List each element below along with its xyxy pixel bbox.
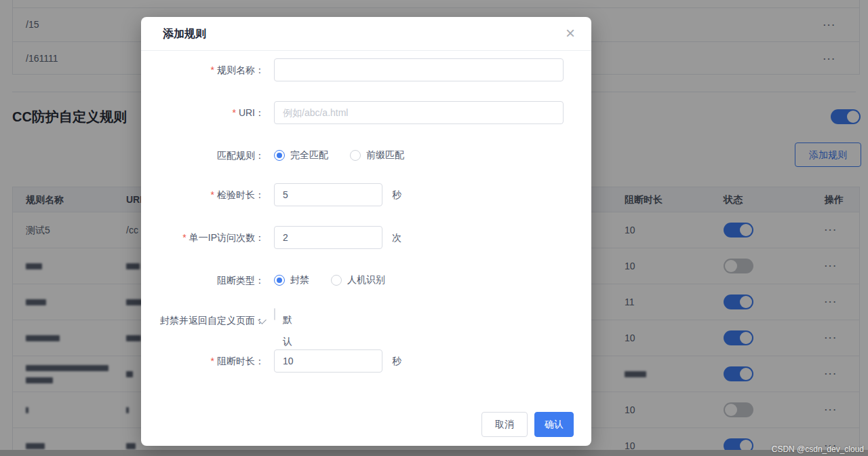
radio-checked-icon [274, 150, 285, 161]
unit-label: 次 [392, 226, 401, 249]
field-control: 默认 [274, 309, 275, 332]
radio-unchecked-icon [350, 150, 361, 161]
form-row-uri: *URI： [141, 101, 591, 124]
field-label: 封禁并返回自定义页面： [141, 309, 264, 332]
field-label: *检验时长： [141, 183, 264, 206]
form-row-custom-page: 封禁并返回自定义页面： 默认 [141, 309, 591, 332]
custom-page-select[interactable]: 默认 [274, 308, 275, 320]
form-row-rule-name: *规则名称： [141, 58, 591, 81]
radio-label: 完全匹配 [290, 149, 328, 162]
modal-body: *规则名称： *URI： 匹配规则： 完全匹配 [141, 17, 591, 446]
rule-name-input[interactable] [274, 58, 564, 81]
radio-ban[interactable]: 封禁 [274, 274, 309, 286]
radio-captcha[interactable]: 人机识别 [331, 274, 385, 286]
ip-visits-input[interactable] [274, 226, 382, 249]
field-label: *规则名称： [141, 58, 264, 81]
field-label: *单一IP访问次数： [141, 226, 264, 249]
field-control [274, 226, 382, 249]
radio-label: 人机识别 [347, 274, 385, 286]
confirm-button[interactable]: 确认 [534, 412, 574, 437]
radio-label: 前缀匹配 [366, 149, 404, 162]
required-mark: * [182, 232, 186, 243]
uri-input[interactable] [274, 101, 564, 124]
unit-label: 秒 [392, 183, 401, 206]
form-row-block-duration: *阻断时长： 秒 [141, 349, 591, 373]
required-mark: * [232, 107, 235, 118]
radio-label: 封禁 [290, 274, 309, 286]
required-mark: * [211, 64, 214, 75]
cancel-button[interactable]: 取消 [481, 412, 528, 437]
radio-unchecked-icon [331, 275, 342, 286]
add-rule-modal: 添加规则 × *规则名称： *URI： 匹配规则： [141, 17, 591, 446]
field-label: *阻断时长： [141, 349, 264, 373]
form-row-check-duration: *检验时长： 秒 [141, 183, 591, 206]
watermark: CSDN @csdn_dev_cloud [772, 444, 864, 454]
check-duration-input[interactable] [274, 183, 382, 206]
form-row-block-type: 阻断类型： 封禁 人机识别 [141, 269, 591, 292]
required-mark: * [211, 356, 214, 366]
select-value: 默认 [283, 309, 292, 352]
block-duration-input[interactable] [274, 349, 382, 373]
field-control [274, 101, 564, 124]
unit-label: 秒 [392, 349, 401, 373]
required-mark: * [211, 189, 214, 200]
field-control [274, 58, 564, 81]
field-label: 阻断类型： [141, 269, 264, 292]
block-type-radio-group: 封禁 人机识别 [274, 269, 407, 292]
match-rule-radio-group: 完全匹配 前缀匹配 [274, 144, 426, 167]
field-control [274, 183, 382, 206]
screen: /15 ··· /161111 ··· CC防护自定义规则 添加规则 规则名称 … [0, 0, 868, 456]
field-label: *URI： [141, 101, 264, 124]
radio-checked-icon [274, 275, 285, 286]
field-label: 匹配规则： [141, 144, 264, 167]
form-row-ip-visits: *单一IP访问次数： 次 [141, 226, 591, 249]
radio-prefix-match[interactable]: 前缀匹配 [350, 149, 404, 162]
form-row-match-rule: 匹配规则： 完全匹配 前缀匹配 [141, 144, 591, 167]
field-control [274, 349, 382, 373]
radio-exact-match[interactable]: 完全匹配 [274, 149, 328, 162]
